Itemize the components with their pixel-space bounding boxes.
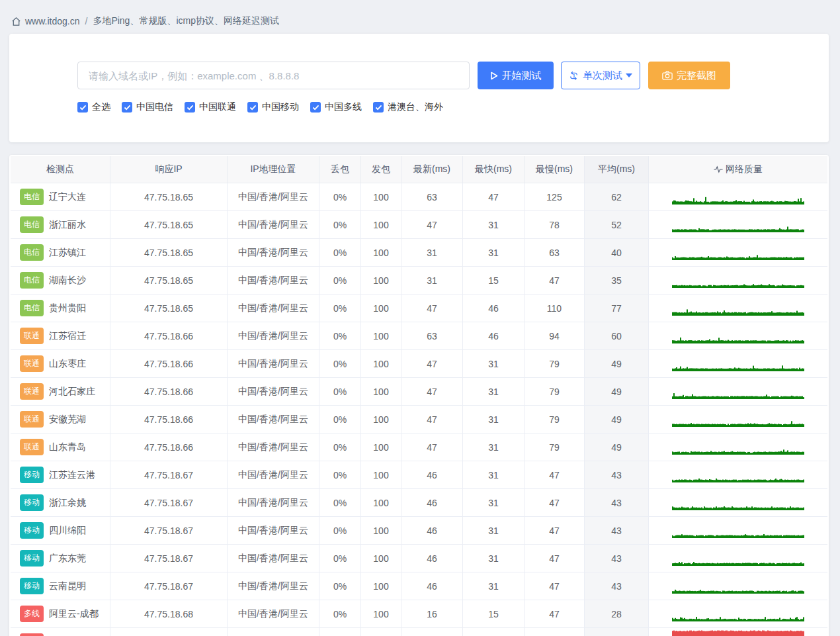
cell-loss: 0%	[319, 350, 361, 378]
cell-sent: 100	[361, 267, 401, 295]
cell-slowest: 47	[525, 545, 585, 572]
col-loss: 丢包	[319, 156, 361, 183]
cell-avg: 43	[585, 461, 649, 489]
checkbox-checked-icon[interactable]	[122, 102, 132, 113]
cell-avg: 49	[585, 406, 649, 433]
cell-slowest: 79	[525, 406, 585, 433]
quality-sparkline	[649, 322, 827, 349]
isp-badge: 移动	[20, 578, 44, 594]
cell-slowest: 47	[525, 267, 585, 295]
cell-latest: 47	[401, 406, 463, 433]
single-test-dropdown-button[interactable]: 1 单次测试	[561, 62, 640, 89]
quality-sparkline	[649, 489, 827, 516]
cell-avg: 40	[585, 239, 649, 267]
cell-ip: 47.75.18.66	[110, 406, 228, 433]
col-slowest: 最慢(ms)	[525, 156, 585, 183]
cell-slowest: 47	[525, 600, 585, 628]
cell-avg: 49	[585, 350, 649, 378]
search-card: 开始测试 1 单次测试 完整截图 全选 中国电信 中国联通 中国移动	[9, 34, 829, 142]
filter-china-mobile[interactable]: 中国移动	[247, 101, 299, 113]
cell-sent: 100	[361, 322, 401, 350]
isp-badge: 电信	[20, 300, 44, 316]
home-icon	[11, 17, 21, 26]
cell-geo: 中国/香港/阿里云	[228, 295, 319, 322]
isp-badge: 电信	[20, 216, 44, 233]
cell-avg: 62	[585, 183, 649, 211]
cell-sent: 100	[361, 517, 401, 545]
cell-avg: 52	[585, 211, 649, 239]
cell-slowest: 110	[525, 295, 585, 322]
cell-slowest: 47	[525, 572, 585, 600]
start-test-button[interactable]: 开始测试	[478, 62, 554, 89]
filter-china-unicom[interactable]: 中国联通	[185, 101, 236, 113]
table-row: 电信辽宁大连 47.75.18.65 中国/香港/阿里云 0% 100 63 4…	[11, 183, 827, 211]
cell-avg	[585, 628, 649, 636]
checkbox-checked-icon[interactable]	[185, 102, 195, 113]
cell-sent: 100	[361, 378, 401, 406]
cell-ip: 47.75.18.67	[110, 461, 228, 489]
cell-sent: 100	[361, 295, 401, 322]
quality-sparkline	[649, 183, 827, 210]
cell-ip: 47.75.18.65	[110, 239, 228, 267]
cell-geo: 中国/香港/阿里云	[228, 600, 319, 628]
cell-ip: 47.75.18.66	[110, 350, 228, 378]
cell-loss: 0%	[319, 600, 361, 628]
cell-latest: 46	[401, 572, 463, 600]
isp-badge: 联通	[20, 383, 44, 400]
cell-loss	[319, 628, 361, 636]
node-location: 江苏连云港	[49, 469, 95, 480]
cell-loss: 0%	[319, 433, 361, 461]
cell-fastest: 31	[463, 545, 525, 572]
cell-fastest: 31	[463, 350, 525, 378]
cell-slowest: 79	[525, 378, 585, 406]
cell-geo: 中国/香港/阿里云	[228, 572, 319, 600]
pulse-icon	[714, 165, 723, 173]
checkbox-checked-icon[interactable]	[77, 102, 88, 113]
node-location: 江苏宿迁	[49, 330, 86, 341]
cell-geo: 中国/香港/阿里云	[228, 433, 319, 461]
table-row: 电信贵州贵阳 47.75.18.65 中国/香港/阿里云 0% 100 47 4…	[11, 295, 827, 322]
cell-slowest: 47	[525, 517, 585, 545]
cell-loss: 0%	[319, 378, 361, 406]
host-input[interactable]	[77, 62, 470, 89]
isp-badge: 多线	[20, 633, 44, 636]
filter-china-multi[interactable]: 中国多线	[310, 101, 362, 113]
table-row: 电信江苏镇江 47.75.18.65 中国/香港/阿里云 0% 100 31 3…	[11, 239, 827, 267]
cell-ip: 47.75.18.66	[110, 378, 228, 406]
cell-avg: 35	[585, 267, 649, 295]
cell-latest	[401, 628, 463, 636]
cell-geo: 中国/香港/阿里云	[228, 378, 319, 406]
breadcrumb-site[interactable]: www.itdog.cn	[25, 16, 79, 26]
cell-geo: 中国/香港/阿里云	[228, 267, 319, 295]
cell-loss: 0%	[319, 322, 361, 350]
chevron-down-icon	[626, 73, 632, 77]
filter-overseas[interactable]: 港澳台、海外	[373, 101, 443, 113]
cell-fastest: 31	[463, 517, 525, 545]
cell-avg: 43	[585, 545, 649, 572]
cell-avg: 49	[585, 378, 649, 406]
node-location: 广东东莞	[49, 553, 86, 563]
isp-badge: 电信	[20, 272, 44, 289]
isp-badge: 移动	[20, 494, 44, 511]
checkbox-checked-icon[interactable]	[247, 102, 258, 113]
table-row: 联通江苏宿迁 47.75.18.66 中国/香港/阿里云 0% 100 63 4…	[11, 322, 827, 350]
filter-china-telecom[interactable]: 中国电信	[122, 101, 173, 113]
cell-fastest: 31	[463, 378, 525, 406]
cell-sent: 100	[361, 600, 401, 628]
quality-sparkline	[649, 628, 827, 636]
cell-latest: 47	[401, 211, 463, 239]
cell-loss: 0%	[319, 545, 361, 572]
cell-latest: 63	[401, 322, 463, 350]
filter-select-all[interactable]: 全选	[77, 101, 110, 113]
node-location: 辽宁大连	[49, 191, 86, 202]
checkbox-checked-icon[interactable]	[310, 102, 321, 113]
quality-sparkline	[649, 572, 827, 600]
full-screenshot-button[interactable]: 完整截图	[648, 62, 730, 89]
cell-loss: 0%	[319, 295, 361, 322]
checkbox-checked-icon[interactable]	[373, 102, 384, 113]
cell-slowest: 125	[525, 183, 585, 211]
cell-avg: 43	[585, 517, 649, 545]
cell-fastest: 46	[463, 322, 525, 350]
cell-slowest: 47	[525, 461, 585, 489]
table-row: 电信浙江丽水 47.75.18.65 中国/香港/阿里云 0% 100 47 3…	[11, 211, 827, 239]
